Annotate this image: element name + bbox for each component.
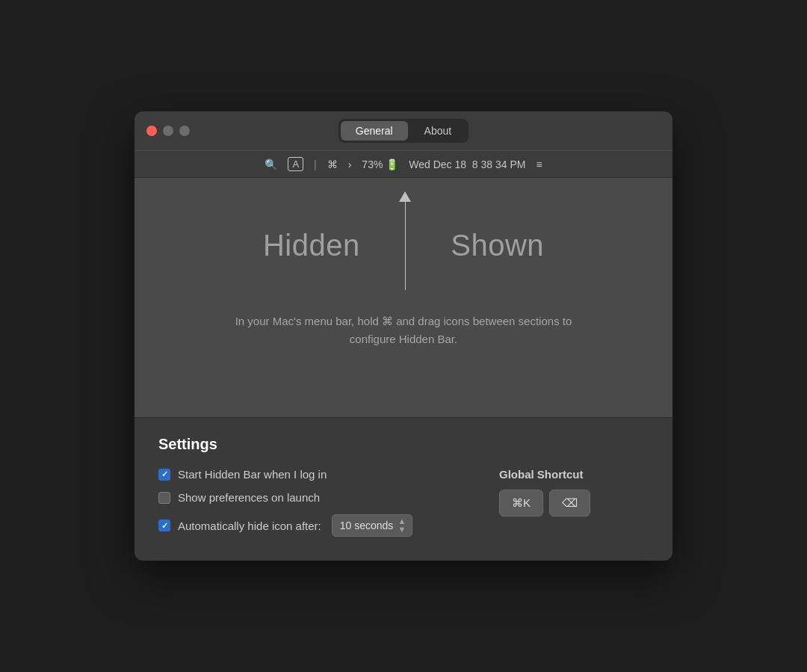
menu-bar-simulation: 🔍 A | ⌘ › 73% 🔋 Wed Dec 18 8 38 34 PM ≡ [134, 150, 672, 178]
checkbox-show-preferences[interactable] [158, 492, 170, 504]
wifi-icon: ⌘ [327, 158, 338, 170]
traffic-lights [146, 126, 190, 136]
divider [405, 200, 406, 290]
settings-left: ✓ Start Hidden Bar when I log in Show pr… [158, 468, 454, 537]
checkbox-label-preferences: Show preferences on launch [178, 491, 320, 504]
maximize-button[interactable] [179, 126, 190, 136]
main-content: Hidden Shown In your Mac's menu bar, hol… [134, 178, 672, 417]
dropdown-value: 10 seconds [340, 520, 394, 531]
chevron-icon: › [348, 158, 352, 170]
shortcut-label: Global Shortcut [499, 468, 649, 481]
search-icon: 🔍 [265, 158, 277, 170]
checkbox-item-autohide: ✓ Automatically hide icon after: 10 seco… [158, 514, 454, 537]
datetime-text: Wed Dec 18 8 38 34 PM [409, 158, 525, 170]
battery-percent: 73% 🔋 [362, 158, 398, 170]
app-window: General About 🔍 A | ⌘ › 73% 🔋 Wed Dec 18… [134, 111, 672, 561]
tab-about[interactable]: About [409, 121, 467, 141]
duration-dropdown[interactable]: 10 seconds ▲ ▼ [332, 514, 413, 537]
tab-group: General About [338, 119, 469, 143]
settings-title: Settings [158, 436, 649, 453]
checkbox-auto-hide[interactable]: ✓ [158, 520, 170, 531]
hidden-shown-diagram: Hidden Shown [134, 200, 672, 290]
checkbox-item-preferences: Show preferences on launch [158, 491, 454, 504]
checkbox-item-login: ✓ Start Hidden Bar when I log in [158, 468, 454, 481]
checkbox-start-login[interactable]: ✓ [158, 469, 170, 481]
settings-right: Global Shortcut ⌘K ⌫ [499, 468, 649, 517]
tab-general[interactable]: General [341, 121, 408, 141]
settings-row: ✓ Start Hidden Bar when I log in Show pr… [158, 468, 649, 537]
close-button[interactable] [146, 126, 157, 136]
title-bar: General About [134, 111, 672, 150]
menu-icon: ≡ [536, 158, 542, 170]
shortcut-key1-button[interactable]: ⌘K [499, 490, 543, 517]
description-text: In your Mac's menu bar, hold ⌘ and drag … [232, 312, 575, 348]
settings-section: Settings ✓ Start Hidden Bar when I log i… [134, 417, 672, 561]
checkmark-icon: ✓ [161, 470, 168, 478]
checkbox-label-login: Start Hidden Bar when I log in [178, 468, 327, 481]
hidden-label: Hidden [263, 229, 360, 262]
shortcut-key2-button[interactable]: ⌫ [549, 490, 590, 517]
input-method-icon: A [288, 157, 303, 171]
chevron-down-icon: ▲ ▼ [398, 517, 406, 534]
checkmark-icon-2: ✓ [161, 522, 168, 530]
shortcut-buttons: ⌘K ⌫ [499, 490, 649, 517]
separator-icon: | [314, 158, 317, 170]
arrow-up-icon [399, 191, 411, 202]
shown-label: Shown [451, 229, 544, 262]
minimize-button[interactable] [163, 126, 173, 136]
checkbox-label-autohide: Automatically hide icon after: [178, 520, 321, 532]
